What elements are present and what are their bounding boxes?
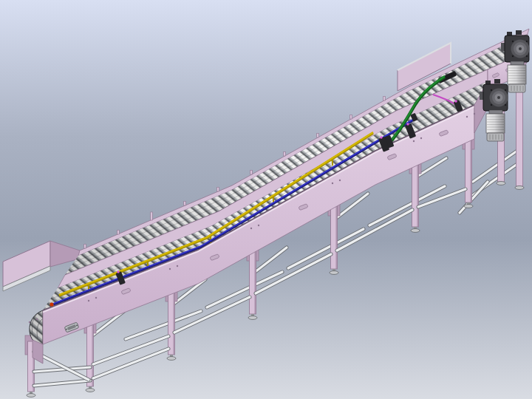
rail-rivet (466, 116, 468, 117)
rail-rivet (29, 321, 30, 323)
leveling-foot (86, 389, 95, 392)
rail-rivet (339, 180, 341, 181)
leveling-foot (515, 186, 524, 190)
rail-rivet (250, 228, 252, 229)
leveling-foot (464, 205, 473, 208)
leveling-foot (411, 229, 420, 233)
rail-rivet (36, 318, 38, 320)
cable-red-tip (50, 302, 53, 306)
rail-rivet (177, 265, 178, 267)
chain-guide-tab (151, 212, 153, 220)
chain-guide-tab (250, 171, 253, 175)
chain-guide-tab (350, 115, 352, 120)
rail-rivet (413, 140, 415, 142)
chain-guide-tab (117, 231, 120, 235)
chain-guide-tab (317, 134, 319, 138)
leveling-foot (248, 316, 257, 320)
rail-rivet (332, 183, 333, 184)
leveling-foot (167, 357, 176, 361)
chain-guide-tab (284, 152, 286, 157)
leveling-foot (497, 182, 505, 185)
cad-render-stage: 3D CAD viewport (0, 0, 532, 399)
rail-rivet (88, 300, 89, 301)
rail-rivet (258, 225, 259, 226)
chain-guide-tab (184, 202, 186, 206)
leveling-foot (27, 394, 35, 398)
rail-rivet (420, 137, 422, 139)
rail-rivet (169, 268, 171, 270)
chain-guide-tab (84, 245, 86, 249)
cad-viewport[interactable]: 3D CAD viewport (0, 0, 532, 399)
support-leg-far (516, 83, 523, 186)
chain-guide-tab (383, 97, 386, 101)
rail-rivet (474, 113, 475, 115)
rail-rivet (95, 297, 97, 299)
leveling-foot (330, 271, 338, 275)
chain-guide-tab (217, 188, 219, 192)
